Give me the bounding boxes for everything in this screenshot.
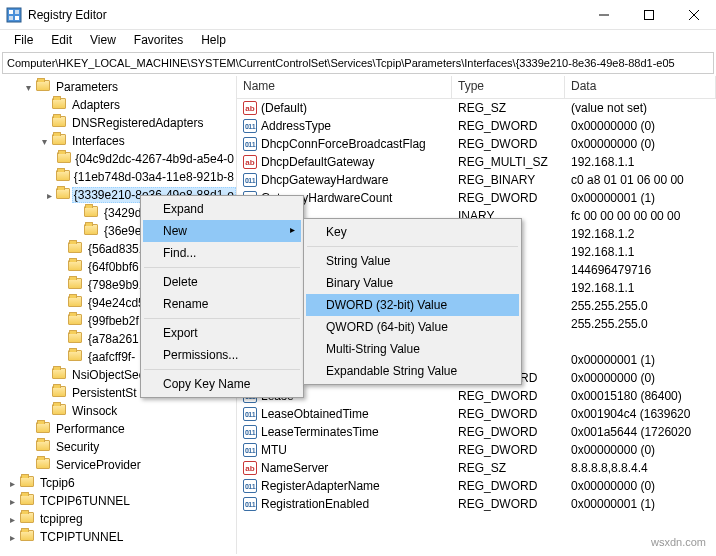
list-row[interactable]: DhcpGatewayHardwareREG_BINARYc0 a8 01 01… — [237, 171, 716, 189]
menu-edit[interactable]: Edit — [43, 31, 80, 49]
tree-toggle-icon[interactable]: ▸ — [4, 514, 20, 525]
folder-icon — [36, 458, 52, 472]
tree-node[interactable]: Performance — [0, 420, 236, 438]
tree-node[interactable]: ▾Parameters — [0, 78, 236, 96]
value-data: 0x001a5644 (1726020 — [565, 425, 716, 439]
value-data: 0x00000000 (0) — [565, 443, 716, 457]
folder-icon — [20, 530, 36, 544]
tree-label: Winsock — [70, 404, 119, 418]
ctx-new-multi-string[interactable]: Multi-String Value — [306, 338, 519, 360]
tree-node[interactable]: Adapters — [0, 96, 236, 114]
dword-value-icon — [243, 497, 257, 511]
tree-toggle-icon[interactable]: ▸ — [4, 496, 20, 507]
tree-node[interactable]: ServiceProvider — [0, 456, 236, 474]
list-row[interactable]: DhcpConnForceBroadcastFlagREG_DWORD0x000… — [237, 135, 716, 153]
folder-icon — [84, 206, 100, 220]
ctx-new-key[interactable]: Key — [306, 221, 519, 243]
ctx-new-dword[interactable]: DWORD (32-bit) Value — [306, 294, 519, 316]
tree-toggle-icon[interactable]: ▸ — [43, 190, 56, 201]
ctx-new-string[interactable]: String Value — [306, 250, 519, 272]
list-row[interactable]: DhcpDefaultGatewayREG_MULTI_SZ192.168.1.… — [237, 153, 716, 171]
value-type: REG_DWORD — [452, 407, 565, 421]
value-name: LeaseTerminatesTime — [261, 425, 379, 439]
context-menu-new: Key String Value Binary Value DWORD (32-… — [303, 218, 522, 385]
dword-value-icon — [243, 137, 257, 151]
list-row[interactable]: LeaseREG_DWORD0x00015180 (86400) — [237, 387, 716, 405]
ctx-find[interactable]: Find... — [143, 242, 301, 264]
tree-label: {11eb748d-03a4-11e8-921b-8 — [72, 170, 236, 184]
tree-node[interactable]: ▾Interfaces — [0, 132, 236, 150]
folder-icon — [52, 116, 68, 130]
tree-toggle-icon[interactable]: ▾ — [36, 136, 52, 147]
value-type: REG_DWORD — [452, 137, 565, 151]
maximize-button[interactable] — [626, 0, 671, 29]
ctx-rename[interactable]: Rename — [143, 293, 301, 315]
folder-icon — [52, 368, 68, 382]
tree-toggle-icon[interactable]: ▸ — [4, 532, 20, 543]
string-value-icon — [243, 461, 257, 475]
value-data: 0x001904c4 (1639620 — [565, 407, 716, 421]
list-row[interactable]: GatewayHardwareCountREG_DWORD0x00000001 … — [237, 189, 716, 207]
tree-node[interactable]: {11eb748d-03a4-11e8-921b-8 — [0, 168, 236, 186]
column-header-name[interactable]: Name — [237, 76, 452, 98]
dword-value-icon — [243, 173, 257, 187]
ctx-new-expandable-string[interactable]: Expandable String Value — [306, 360, 519, 382]
folder-icon — [52, 98, 68, 112]
list-row[interactable]: MTUREG_DWORD0x00000000 (0) — [237, 441, 716, 459]
ctx-export[interactable]: Export — [143, 322, 301, 344]
menu-help[interactable]: Help — [193, 31, 234, 49]
tree-node[interactable]: DNSRegisteredAdapters — [0, 114, 236, 132]
string-value-icon — [243, 155, 257, 169]
column-header-type[interactable]: Type — [452, 76, 565, 98]
ctx-copy-key-name[interactable]: Copy Key Name — [143, 373, 301, 395]
list-row[interactable]: LeaseObtainedTimeREG_DWORD0x001904c4 (16… — [237, 405, 716, 423]
svg-rect-4 — [15, 16, 19, 20]
value-name: RegistrationEnabled — [261, 497, 369, 511]
tree-toggle-icon[interactable]: ▾ — [20, 82, 36, 93]
ctx-expand[interactable]: Expand — [143, 198, 301, 220]
tree-label: Performance — [54, 422, 127, 436]
ctx-separator — [144, 318, 300, 319]
ctx-new-binary[interactable]: Binary Value — [306, 272, 519, 294]
value-type: REG_DWORD — [452, 389, 565, 403]
list-row[interactable]: RegistrationEnabledREG_DWORD0x00000001 (… — [237, 495, 716, 513]
dword-value-icon — [243, 443, 257, 457]
menu-favorites[interactable]: Favorites — [126, 31, 191, 49]
list-row[interactable]: LeaseTerminatesTimeREG_DWORD0x001a5644 (… — [237, 423, 716, 441]
close-button[interactable] — [671, 0, 716, 29]
ctx-separator — [144, 369, 300, 370]
tree-label: tcpipreg — [38, 512, 85, 526]
ctx-new[interactable]: New — [143, 220, 301, 242]
folder-icon — [68, 296, 84, 310]
ctx-separator — [144, 267, 300, 268]
column-header-data[interactable]: Data — [565, 76, 716, 98]
svg-rect-6 — [644, 10, 653, 19]
menu-view[interactable]: View — [82, 31, 124, 49]
ctx-new-qword[interactable]: QWORD (64-bit) Value — [306, 316, 519, 338]
list-row[interactable]: NameServerREG_SZ8.8.8.8,8.8.4.4 — [237, 459, 716, 477]
tree-node[interactable]: ▸TCPIPTUNNEL — [0, 528, 236, 546]
value-data: 192.168.1.1 — [565, 155, 716, 169]
ctx-permissions[interactable]: Permissions... — [143, 344, 301, 366]
list-row[interactable]: RegisterAdapterNameREG_DWORD0x00000000 (… — [237, 477, 716, 495]
minimize-button[interactable] — [581, 0, 626, 29]
tree-label: {99fbeb2f — [86, 314, 141, 328]
tree-node[interactable]: {04c9d2dc-4267-4b9d-a5e4-0 — [0, 150, 236, 168]
tree-node[interactable]: Security — [0, 438, 236, 456]
tree-node[interactable]: ▸TCPIP6TUNNEL — [0, 492, 236, 510]
menu-file[interactable]: File — [6, 31, 41, 49]
value-data: c0 a8 01 01 06 00 00 — [565, 173, 716, 187]
tree-label: Parameters — [54, 80, 120, 94]
tree-node[interactable]: Winsock — [0, 402, 236, 420]
window-controls — [581, 0, 716, 29]
ctx-delete[interactable]: Delete — [143, 271, 301, 293]
list-row[interactable]: AddressTypeREG_DWORD0x00000000 (0) — [237, 117, 716, 135]
tree-label: {798e9b91 — [86, 278, 147, 292]
tree-toggle-icon[interactable]: ▸ — [4, 478, 20, 489]
tree-node[interactable]: ▸tcpipreg — [0, 510, 236, 528]
tree-node[interactable]: ▸Tcpip6 — [0, 474, 236, 492]
window-title: Registry Editor — [28, 8, 581, 22]
value-data: 0x00000001 (1) — [565, 353, 716, 367]
list-row[interactable]: (Default)REG_SZ(value not set) — [237, 99, 716, 117]
address-bar[interactable]: Computer\HKEY_LOCAL_MACHINE\SYSTEM\Curre… — [2, 52, 714, 74]
